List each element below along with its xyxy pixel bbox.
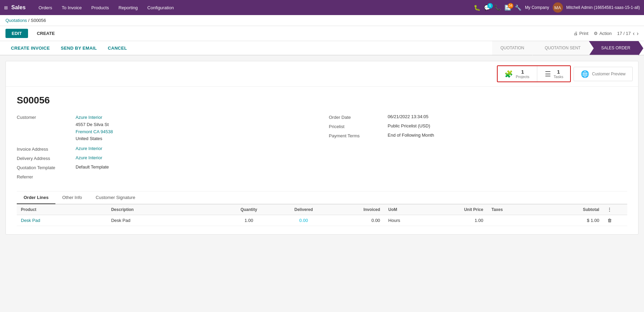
nav-right: 🐛 💬 5 📞 🔄 34 🔧 My Company MA Mitchell Ad… [474,2,640,13]
pagination: 17 / 17 ‹ › [617,30,639,37]
projects-button[interactable]: 🧩 1 Projects [498,66,536,82]
phone-icon[interactable]: 📞 [494,4,501,11]
breadcrumb-parent[interactable]: Quotations [5,18,27,23]
nav-configuration[interactable]: Configuration [143,0,179,15]
tasks-button[interactable]: ☰ 1 Tasks [538,66,570,82]
breadcrumb: Quotations / S00056 [0,15,644,26]
customer-address1: 4557 De Silva St [76,121,113,128]
row-quantity: 1.00 [223,215,275,226]
row-description: Desk Pad [107,215,223,226]
edit-button[interactable]: EDIT [5,29,28,38]
action-bar-right: 🖨 Print ⚙ Action 17 / 17 ‹ › [574,30,639,37]
col-header-taxes: Taxes [487,204,539,215]
row-taxes [487,215,539,226]
main-content: 🧩 1 Projects ☰ 1 Tasks 🌐 Custo [0,55,644,240]
table-row: Desk Pad Desk Pad 1.00 0.00 0.00 Hours 1… [17,215,627,226]
order-date-field: Order Date 06/21/2022 13:34:05 [329,114,628,120]
col-header-delivered: Delivered [275,204,333,215]
grid-icon[interactable]: ⊞ [4,5,8,10]
row-subtotal: $ 1.00 [539,215,603,226]
col-header-unit-price: Unit Price [429,204,487,215]
bug-icon[interactable]: 🐛 [474,4,481,11]
order-lines-table-container: Product Description Quantity Delivered I… [17,204,627,226]
form-section-left: Customer Azure Interior 4557 De Silva St… [17,114,315,183]
document-number: S00056 [17,95,627,106]
customer-preview-button[interactable]: 🌐 Customer Preview [574,67,633,81]
smart-buttons: 🧩 1 Projects ☰ 1 Tasks 🌐 Custo [6,61,638,87]
stage-quotation[interactable]: QUOTATION [492,41,533,55]
pricelist-value: Public Pricelist (USD) [388,123,430,128]
stage-quotation-sent[interactable]: QUOTATION SENT [533,41,589,55]
tasks-info: 1 Tasks [554,69,563,79]
order-lines-table: Product Description Quantity Delivered I… [17,204,627,226]
tab-order-lines[interactable]: Order Lines [17,191,55,204]
avatar[interactable]: MA [553,2,563,13]
nav-items: Orders To Invoice Products Reporting Con… [34,0,474,15]
invoice-address-value[interactable]: Azure Interior [76,146,102,151]
next-button[interactable]: › [637,30,639,37]
status-bar: CREATE INVOICE SEND BY EMAIL CANCEL QUOT… [0,41,644,55]
nav-orders[interactable]: Orders [34,0,57,15]
puzzle-icon: 🧩 [504,70,513,78]
tabs-header: Order Lines Other Info Customer Signatur… [17,191,627,204]
user-name: Mitchell Admin (16654581-saas-15-1-all) [566,5,640,10]
document-card: 🧩 1 Projects ☰ 1 Tasks 🌐 Custo [5,61,639,235]
col-header-actions: ⋮ [603,204,627,215]
chat-icon[interactable]: 💬 5 [484,4,491,11]
col-header-product: Product [17,204,107,215]
customer-name[interactable]: Azure Interior [76,114,113,121]
form-section-right: Order Date 06/21/2022 13:34:05 Pricelist… [329,114,628,183]
cancel-button[interactable]: CANCEL [102,41,132,55]
quotation-template-field: Quotation Template Default Template [17,164,315,170]
delivery-address-field: Delivery Address Azure Interior [17,155,315,161]
tab-customer-signature[interactable]: Customer Signature [89,191,142,204]
wrench-icon[interactable]: 🔧 [515,4,522,11]
order-date-value: 06/21/2022 13:34:05 [388,114,429,119]
nav-reporting[interactable]: Reporting [114,0,142,15]
row-delete-icon[interactable]: 🗑 [603,215,627,226]
payment-terms-field: Payment Terms End of Following Month [329,133,628,138]
nav-to-invoice[interactable]: To Invoice [57,0,87,15]
print-button[interactable]: 🖨 Print [574,31,589,36]
delivery-address-value[interactable]: Azure Interior [76,155,102,160]
printer-icon: 🖨 [574,31,578,36]
gear-icon: ⚙ [594,31,598,36]
prev-button[interactable]: ‹ [633,30,634,37]
customer-address2: Fremont CA 94538 [76,128,113,136]
form-body: S00056 Customer Azure Interior 4557 De S… [6,87,638,234]
row-invoiced: 0.00 [333,215,384,226]
app-name: Sales [11,4,26,11]
refresh-badge: 34 [508,3,513,9]
row-delivered: 0.00 [275,215,333,226]
form-grid: Customer Azure Interior 4557 De Silva St… [17,114,627,183]
row-product[interactable]: Desk Pad [17,215,107,226]
company-name: My Company [525,5,549,10]
top-navigation: ⊞ Sales Orders To Invoice Products Repor… [0,0,644,15]
action-button[interactable]: ⚙ Action [594,31,612,36]
globe-icon: 🌐 [581,70,589,78]
nav-products[interactable]: Products [87,0,114,15]
quotation-template-value: Default Template [76,164,109,170]
col-header-uom: UoM [384,204,429,215]
pricelist-field: Pricelist Public Pricelist (USD) [329,123,628,129]
projects-info: 1 Projects [516,69,529,79]
payment-terms-value: End of Following Month [388,133,434,138]
tabs-container: Order Lines Other Info Customer Signatur… [17,191,627,226]
create-button[interactable]: CREATE [32,29,60,38]
table-header-row: Product Description Quantity Delivered I… [17,204,627,215]
col-header-description: Description [107,204,223,215]
breadcrumb-current: S00056 [31,18,46,23]
stage-sales-order[interactable]: SALES ORDER [589,41,639,55]
referrer-field: Referrer [17,174,315,179]
customer-address3: United States [76,135,113,142]
col-header-quantity: Quantity [223,204,275,215]
col-header-subtotal: Subtotal [539,204,603,215]
row-uom: Hours [384,215,429,226]
tab-other-info[interactable]: Other Info [55,191,89,204]
status-stages: QUOTATION QUOTATION SENT SALES ORDER [492,41,639,55]
refresh-icon[interactable]: 🔄 34 [504,4,511,11]
create-invoice-button[interactable]: CREATE INVOICE [5,41,55,55]
tasks-icon: ☰ [545,70,551,78]
send-by-email-button[interactable]: SEND BY EMAIL [55,41,103,55]
row-unit-price: 1.00 [429,215,487,226]
